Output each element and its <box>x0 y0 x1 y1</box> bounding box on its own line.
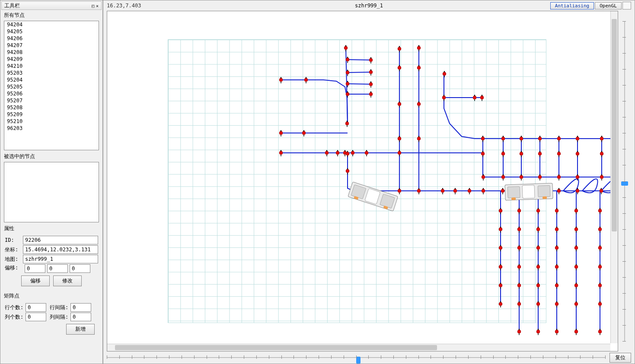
svg-point-115 <box>600 175 603 179</box>
svg-point-157 <box>598 209 602 212</box>
svg-point-221 <box>536 302 540 306</box>
toolbar-titlebar: 工具栏 ◰ ✕ <box>1 1 102 10</box>
svg-point-183 <box>574 246 578 250</box>
map-label: 地图: <box>5 256 23 263</box>
selected-nodes-listbox[interactable] <box>4 162 99 222</box>
svg-point-167 <box>555 228 558 231</box>
list-item[interactable]: 95204 <box>4 76 99 83</box>
svg-point-75 <box>336 151 339 155</box>
offset-y-input[interactable] <box>47 264 68 273</box>
list-item[interactable]: 95205 <box>4 83 99 90</box>
svg-point-205 <box>517 284 521 287</box>
list-item[interactable]: 95210 <box>4 118 99 125</box>
render-toggle-button[interactable] <box>622 2 631 9</box>
svg-point-5 <box>417 46 421 50</box>
svg-point-1 <box>344 46 348 50</box>
list-item[interactable]: 95208 <box>4 104 99 111</box>
opengl-button[interactable]: OpenGL <box>595 2 622 9</box>
svg-point-105 <box>501 175 505 179</box>
svg-point-225 <box>574 302 578 306</box>
svg-point-27 <box>369 82 373 86</box>
main-area: 16.23,7.403 szhr999_1 Antialiasing OpenG… <box>103 0 635 364</box>
properties-section: ID: 坐标: 地图: 偏移: 偏移 修改 <box>1 233 102 291</box>
svg-point-93 <box>538 152 542 155</box>
list-item[interactable]: 94210 <box>4 63 99 70</box>
offset-x-input[interactable] <box>25 264 45 273</box>
list-item[interactable]: 94204 <box>4 21 99 28</box>
list-item[interactable]: 94206 <box>4 35 99 42</box>
list-item[interactable]: 95206 <box>4 90 99 97</box>
all-nodes-listbox[interactable]: 9420494205942069420794208942099421095203… <box>4 21 99 150</box>
svg-point-175 <box>499 246 502 250</box>
dock-icon[interactable]: ◰ <box>92 3 94 8</box>
svg-point-129 <box>468 189 471 193</box>
svg-point-103 <box>482 175 485 179</box>
map-input[interactable] <box>23 255 98 263</box>
selected-nodes-label: 被选中的节点 <box>1 151 102 161</box>
map-canvas[interactable] <box>107 11 618 351</box>
svg-point-47 <box>279 131 283 135</box>
list-item[interactable]: 94208 <box>4 49 99 56</box>
svg-point-197 <box>574 265 578 269</box>
id-input[interactable] <box>23 236 98 244</box>
svg-point-133 <box>501 189 504 193</box>
svg-point-239 <box>598 330 602 333</box>
antialiasing-button[interactable]: Antialiasing <box>550 2 594 9</box>
svg-point-17 <box>417 66 421 70</box>
list-item[interactable]: 96203 <box>4 125 99 132</box>
list-item[interactable]: 95203 <box>4 70 99 76</box>
col-gap-input[interactable] <box>70 313 91 321</box>
svg-point-141 <box>576 189 579 193</box>
svg-point-123 <box>417 189 421 193</box>
matrix-label: 矩阵点 <box>1 291 102 301</box>
svg-point-185 <box>598 246 602 250</box>
modify-button[interactable]: 修改 <box>53 275 82 286</box>
svg-point-127 <box>453 189 457 193</box>
add-button[interactable]: 新增 <box>66 324 95 335</box>
svg-point-29 <box>346 92 349 96</box>
canvas-scrollbar-vertical[interactable] <box>610 11 618 343</box>
svg-point-199 <box>598 265 602 269</box>
svg-rect-251 <box>522 185 535 199</box>
list-item[interactable]: 95209 <box>4 111 99 118</box>
list-item[interactable]: 94207 <box>4 42 99 49</box>
zoom-slider-horizontal[interactable] <box>107 354 605 361</box>
coord-input[interactable] <box>23 245 98 254</box>
offset-label: 偏移: <box>5 264 23 273</box>
svg-point-39 <box>398 102 401 106</box>
svg-point-171 <box>598 228 602 231</box>
coord-label: 坐标: <box>5 246 23 253</box>
svg-point-209 <box>555 284 558 287</box>
cursor-coord: 16.23,7.403 <box>107 3 141 9</box>
matrix-section: 行个数: 行间隔: 列个数: 列间隔: 新增 <box>1 301 102 339</box>
svg-rect-252 <box>511 197 516 200</box>
reset-button[interactable]: 复位 <box>609 353 631 363</box>
close-icon[interactable]: ✕ <box>96 3 99 8</box>
svg-rect-249 <box>507 187 520 198</box>
zoom-slider-vertical[interactable] <box>618 11 631 351</box>
canvas-scrollbar-horizontal[interactable] <box>107 344 610 351</box>
map-title: szhr999_1 <box>355 3 383 9</box>
svg-point-99 <box>600 152 603 155</box>
svg-point-71 <box>398 151 401 155</box>
svg-point-231 <box>517 330 521 333</box>
svg-point-73 <box>325 151 329 155</box>
row-count-input[interactable] <box>26 303 46 312</box>
svg-point-45 <box>345 122 349 125</box>
offset-button[interactable]: 偏移 <box>21 275 50 286</box>
svg-point-23 <box>304 78 308 82</box>
svg-point-37 <box>480 96 484 99</box>
col-count-input[interactable] <box>26 313 46 321</box>
list-item[interactable]: 95207 <box>4 97 99 104</box>
svg-point-213 <box>598 284 602 287</box>
svg-point-81 <box>279 151 283 155</box>
row-gap-input[interactable] <box>70 303 91 312</box>
svg-point-211 <box>574 284 578 287</box>
svg-point-131 <box>482 189 485 193</box>
svg-point-19 <box>443 72 446 76</box>
svg-point-227 <box>598 302 602 306</box>
offset-z-input[interactable] <box>70 264 90 273</box>
list-item[interactable]: 94209 <box>4 56 99 63</box>
list-item[interactable]: 94205 <box>4 28 99 35</box>
svg-point-107 <box>520 175 523 179</box>
